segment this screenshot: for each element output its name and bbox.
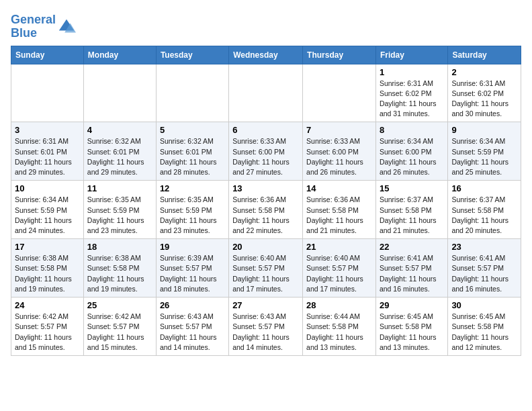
day-info: Sunrise: 6:37 AMSunset: 5:58 PMDaylight:… [380, 195, 444, 236]
day-number: 30 [451, 300, 517, 310]
calendar-cell: 27Sunrise: 6:43 AMSunset: 5:57 PMDayligh… [229, 298, 303, 356]
day-info: Sunrise: 6:32 AMSunset: 6:01 PMDaylight:… [87, 136, 152, 177]
day-number: 15 [380, 183, 444, 193]
calendar-table: SundayMondayTuesdayWednesdayThursdayFrid… [11, 46, 521, 356]
weekday-thursday: Thursday [303, 46, 376, 64]
weekday-sunday: Sunday [11, 46, 84, 64]
calendar-cell: 18Sunrise: 6:38 AMSunset: 5:58 PMDayligh… [83, 239, 156, 298]
calendar-cell: 22Sunrise: 6:41 AMSunset: 5:57 PMDayligh… [375, 239, 447, 298]
day-number: 20 [232, 242, 299, 252]
calendar-cell: 21Sunrise: 6:40 AMSunset: 5:57 PMDayligh… [303, 239, 376, 298]
day-info: Sunrise: 6:34 AMSunset: 5:59 PMDaylight:… [451, 136, 517, 177]
weekday-monday: Monday [83, 46, 156, 64]
day-number: 23 [451, 242, 517, 252]
day-number: 11 [87, 183, 152, 193]
calendar-cell: 1Sunrise: 6:31 AMSunset: 6:02 PMDaylight… [375, 64, 447, 122]
calendar-cell [156, 64, 228, 122]
day-info: Sunrise: 6:36 AMSunset: 5:58 PMDaylight:… [232, 195, 299, 236]
day-number: 7 [306, 125, 372, 135]
day-number: 12 [160, 183, 225, 193]
week-row-2: 3Sunrise: 6:31 AMSunset: 6:01 PMDaylight… [11, 122, 521, 181]
day-number: 1 [380, 67, 444, 77]
day-info: Sunrise: 6:32 AMSunset: 6:01 PMDaylight:… [160, 136, 225, 177]
calendar-cell: 2Sunrise: 6:31 AMSunset: 6:02 PMDaylight… [448, 64, 521, 122]
day-info: Sunrise: 6:45 AMSunset: 5:58 PMDaylight:… [380, 312, 444, 353]
calendar-cell [11, 64, 84, 122]
day-info: Sunrise: 6:33 AMSunset: 6:00 PMDaylight:… [232, 136, 299, 177]
day-number: 17 [15, 242, 80, 252]
calendar-cell: 12Sunrise: 6:35 AMSunset: 5:59 PMDayligh… [156, 181, 228, 239]
day-number: 19 [160, 242, 225, 252]
day-number: 24 [15, 300, 80, 310]
week-row-3: 10Sunrise: 6:34 AMSunset: 5:59 PMDayligh… [11, 181, 521, 239]
day-info: Sunrise: 6:39 AMSunset: 5:57 PMDaylight:… [160, 253, 225, 294]
day-number: 8 [380, 125, 444, 135]
day-number: 4 [87, 125, 152, 135]
day-number: 3 [15, 125, 80, 135]
day-number: 16 [451, 183, 517, 193]
weekday-header-row: SundayMondayTuesdayWednesdayThursdayFrid… [11, 46, 521, 64]
day-info: Sunrise: 6:35 AMSunset: 5:59 PMDaylight:… [87, 195, 152, 236]
calendar-cell [303, 64, 376, 122]
calendar-body: 1Sunrise: 6:31 AMSunset: 6:02 PMDaylight… [11, 64, 521, 355]
logo-text: GeneralBlue [11, 13, 56, 40]
calendar-cell: 25Sunrise: 6:42 AMSunset: 5:57 PMDayligh… [83, 298, 156, 356]
calendar-cell: 13Sunrise: 6:36 AMSunset: 5:58 PMDayligh… [229, 181, 303, 239]
day-number: 29 [380, 300, 444, 310]
day-info: Sunrise: 6:31 AMSunset: 6:02 PMDaylight:… [380, 79, 444, 120]
day-info: Sunrise: 6:34 AMSunset: 5:59 PMDaylight:… [15, 195, 80, 236]
calendar-cell: 7Sunrise: 6:33 AMSunset: 6:00 PMDaylight… [303, 122, 376, 181]
week-row-4: 17Sunrise: 6:38 AMSunset: 5:58 PMDayligh… [11, 239, 521, 298]
calendar-cell: 5Sunrise: 6:32 AMSunset: 6:01 PMDaylight… [156, 122, 228, 181]
calendar-cell: 20Sunrise: 6:40 AMSunset: 5:57 PMDayligh… [229, 239, 303, 298]
day-info: Sunrise: 6:38 AMSunset: 5:58 PMDaylight:… [87, 253, 152, 294]
day-info: Sunrise: 6:40 AMSunset: 5:57 PMDaylight:… [232, 253, 299, 294]
day-info: Sunrise: 6:45 AMSunset: 5:58 PMDaylight:… [451, 312, 517, 353]
day-number: 9 [451, 125, 517, 135]
day-info: Sunrise: 6:37 AMSunset: 5:58 PMDaylight:… [451, 195, 517, 236]
day-number: 14 [306, 183, 372, 193]
calendar-cell: 28Sunrise: 6:44 AMSunset: 5:58 PMDayligh… [303, 298, 376, 356]
day-info: Sunrise: 6:34 AMSunset: 6:00 PMDaylight:… [380, 136, 444, 177]
calendar-cell: 30Sunrise: 6:45 AMSunset: 5:58 PMDayligh… [448, 298, 521, 356]
day-number: 2 [451, 67, 517, 77]
day-info: Sunrise: 6:36 AMSunset: 5:58 PMDaylight:… [306, 195, 372, 236]
weekday-tuesday: Tuesday [156, 46, 228, 64]
calendar-cell [83, 64, 156, 122]
weekday-friday: Friday [375, 46, 447, 64]
day-number: 21 [306, 242, 372, 252]
day-number: 13 [232, 183, 299, 193]
day-info: Sunrise: 6:33 AMSunset: 6:00 PMDaylight:… [306, 136, 372, 177]
calendar-cell: 26Sunrise: 6:43 AMSunset: 5:57 PMDayligh… [156, 298, 228, 356]
week-row-1: 1Sunrise: 6:31 AMSunset: 6:02 PMDaylight… [11, 64, 521, 122]
calendar-cell: 3Sunrise: 6:31 AMSunset: 6:01 PMDaylight… [11, 122, 84, 181]
day-info: Sunrise: 6:44 AMSunset: 5:58 PMDaylight:… [306, 312, 372, 353]
day-number: 27 [232, 300, 299, 310]
logo: GeneralBlue [11, 13, 76, 40]
calendar-cell: 15Sunrise: 6:37 AMSunset: 5:58 PMDayligh… [375, 181, 447, 239]
day-number: 18 [87, 242, 152, 252]
calendar-cell: 11Sunrise: 6:35 AMSunset: 5:59 PMDayligh… [83, 181, 156, 239]
calendar-cell: 4Sunrise: 6:32 AMSunset: 6:01 PMDaylight… [83, 122, 156, 181]
day-info: Sunrise: 6:35 AMSunset: 5:59 PMDaylight:… [160, 195, 225, 236]
calendar-cell: 19Sunrise: 6:39 AMSunset: 5:57 PMDayligh… [156, 239, 228, 298]
page-header: GeneralBlue [11, 11, 521, 40]
calendar-cell: 24Sunrise: 6:42 AMSunset: 5:57 PMDayligh… [11, 298, 84, 356]
day-info: Sunrise: 6:40 AMSunset: 5:57 PMDaylight:… [306, 253, 372, 294]
calendar-cell: 10Sunrise: 6:34 AMSunset: 5:59 PMDayligh… [11, 181, 84, 239]
calendar-cell: 23Sunrise: 6:41 AMSunset: 5:57 PMDayligh… [448, 239, 521, 298]
day-number: 28 [306, 300, 372, 310]
calendar-cell: 16Sunrise: 6:37 AMSunset: 5:58 PMDayligh… [448, 181, 521, 239]
logo-icon [57, 17, 76, 36]
calendar-cell: 29Sunrise: 6:45 AMSunset: 5:58 PMDayligh… [375, 298, 447, 356]
calendar-cell [229, 64, 303, 122]
calendar-cell: 14Sunrise: 6:36 AMSunset: 5:58 PMDayligh… [303, 181, 376, 239]
day-number: 5 [160, 125, 225, 135]
day-number: 26 [160, 300, 225, 310]
day-info: Sunrise: 6:31 AMSunset: 6:01 PMDaylight:… [15, 136, 80, 177]
calendar-cell: 8Sunrise: 6:34 AMSunset: 6:00 PMDaylight… [375, 122, 447, 181]
day-info: Sunrise: 6:43 AMSunset: 5:57 PMDaylight:… [160, 312, 225, 353]
day-number: 22 [380, 242, 444, 252]
weekday-wednesday: Wednesday [229, 46, 303, 64]
day-info: Sunrise: 6:38 AMSunset: 5:58 PMDaylight:… [15, 253, 80, 294]
